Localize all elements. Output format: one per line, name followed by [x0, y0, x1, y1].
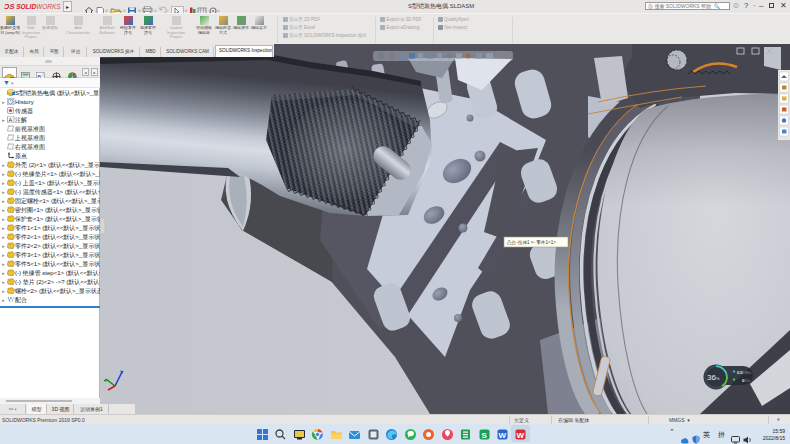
- svg-text:S: S: [482, 431, 488, 440]
- svg-text:0K/s: 0K/s: [742, 378, 750, 383]
- svg-text:凸台-拉伸1 <- 零件1<1>: 凸台-拉伸1 <- 零件1<1>: [507, 240, 556, 245]
- svg-text:A: A: [9, 117, 13, 123]
- svg-text:W: W: [499, 431, 507, 440]
- svg-text:W: W: [517, 431, 525, 440]
- svg-text:0.5KB/s: 0.5KB/s: [737, 370, 751, 375]
